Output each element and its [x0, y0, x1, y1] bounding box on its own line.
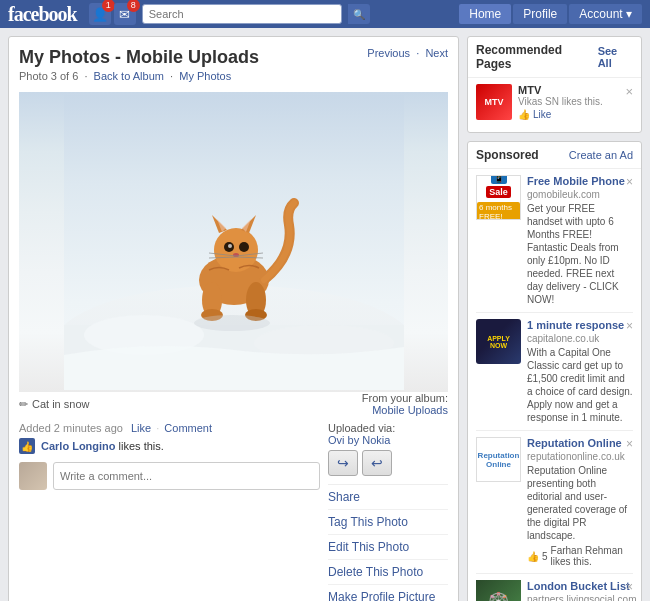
ad-domain-3: reputationonline.co.uk [527, 451, 633, 462]
recommended-pages-header: Recommended Pages See All [468, 37, 641, 78]
liked-by-text: Farhan Rehman likes this. [551, 545, 633, 567]
edit-caption-icon[interactable]: ✏ [19, 398, 28, 411]
ad-title-2[interactable]: 1 minute response [527, 319, 633, 331]
ad-like-icon: 👍 [527, 551, 539, 562]
close-rec-button[interactable]: × [625, 84, 633, 99]
search-input[interactable] [142, 4, 342, 24]
ad-reputation: ReputationOnline Reputation Online reput… [476, 437, 633, 574]
ad-content-mobile: Free Mobile Phone gomobileuk.com Get you… [527, 175, 633, 306]
months-free-badge: 6 months FREE! [477, 202, 520, 220]
page-title: My Photos - Mobile Uploads [19, 47, 259, 68]
comment-link[interactable]: Comment [164, 422, 212, 434]
content-area: My Photos - Mobile Uploads Photo 3 of 6 … [8, 36, 459, 601]
photo-actions: Share Tag This Photo Edit This Photo Del… [328, 484, 448, 601]
back-to-album-link[interactable]: Back to Album [94, 70, 164, 82]
ad-content-london: London Bucket List partners.livingsocial… [527, 580, 637, 601]
meta-section: Added 2 minutes ago Like · Comment 👍 Car… [19, 422, 448, 601]
share-action[interactable]: Share [328, 485, 448, 510]
search-button[interactable]: 🔍 [348, 4, 370, 24]
ad-title[interactable]: Free Mobile Phone [527, 175, 633, 187]
like-link[interactable]: Like [131, 422, 151, 434]
ad-thumb-rep: ReputationOnline [476, 437, 521, 567]
friends-badge: 1 [102, 0, 115, 12]
ad-content-rep: Reputation Online reputationonline.co.uk… [527, 437, 633, 567]
commenter-avatar [19, 462, 47, 490]
photo-count: Photo 3 of 6 [19, 70, 78, 82]
ad-title-4[interactable]: London Bucket List [527, 580, 637, 592]
make-profile-action[interactable]: Make Profile Picture [328, 585, 448, 601]
share-button-1[interactable]: ↪ [328, 450, 358, 476]
like-thumb-icon: 👍 [19, 438, 35, 454]
messages-notification-icon[interactable]: ✉ 8 [114, 3, 136, 25]
facebook-logo: facebook [8, 3, 77, 26]
breadcrumb: Photo 3 of 6 · Back to Album · My Photos [19, 70, 259, 82]
ad-content-card: 1 minute response capitalone.co.uk With … [527, 319, 633, 424]
sponsored-body: 📱 Sale 6 months FREE! Free Mobile Phone … [468, 169, 641, 601]
comment-box [19, 462, 320, 490]
svg-point-12 [239, 242, 249, 252]
right-actions: Uploaded via: Ovi by Nokia ↪ ↩ Share Tag… [328, 422, 448, 601]
ad-domain: gomobileuk.com [527, 189, 633, 200]
sponsored-box: Sponsored Create an Ad 📱 Sale 6 months F… [467, 141, 642, 601]
svg-point-14 [233, 253, 239, 257]
reputation-thumb: ReputationOnline [476, 437, 521, 482]
ad-title-3[interactable]: Reputation Online [527, 437, 633, 449]
ad-capital-one: APPLYNOW 1 minute response capitalone.co… [476, 319, 633, 431]
delete-action[interactable]: Delete This Photo [328, 560, 448, 585]
london-thumb: 🎡 [476, 580, 521, 601]
photo-navigation: Previous · Next [367, 47, 448, 59]
svg-point-23 [194, 315, 270, 331]
messages-badge: 8 [127, 0, 140, 12]
photo-image [64, 95, 404, 390]
friends-notification-icon[interactable]: 👤 1 [89, 3, 111, 25]
recommended-page-item: MTV MTV Vikas SN likes this. 👍 Like × [476, 84, 633, 120]
close-ad-2[interactable]: × [626, 319, 633, 333]
capital-one-thumb: APPLYNOW [476, 319, 521, 364]
liker-link[interactable]: Carlo Longino [41, 440, 116, 452]
share-button-2[interactable]: ↩ [362, 450, 392, 476]
rec-like-button[interactable]: 👍 Like [518, 109, 619, 120]
recommended-pages-body: MTV MTV Vikas SN likes this. 👍 Like × [468, 78, 641, 132]
ad-thumb-mobile: 📱 Sale 6 months FREE! [476, 175, 521, 306]
ad-thumb-london: 🎡 [476, 580, 521, 601]
ad-domain-4: partners.livingsocial.com [527, 594, 637, 601]
home-button[interactable]: Home [459, 4, 511, 24]
ad-thumb-card: APPLYNOW [476, 319, 521, 424]
uploaded-via: Uploaded via: Ovi by Nokia [328, 422, 448, 446]
from-album: From your album: Mobile Uploads [362, 392, 448, 416]
ad-london: 🎡 London Bucket List partners.livingsoci… [476, 580, 633, 601]
album-link[interactable]: Mobile Uploads [372, 404, 448, 416]
close-ad-3[interactable]: × [626, 437, 633, 451]
ad-desc-2: With a Capital One Classic card get up t… [527, 346, 633, 424]
rec-page-thumb: MTV [476, 84, 512, 120]
tag-action[interactable]: Tag This Photo [328, 510, 448, 535]
caption-row: ✏ Cat in snow From your album: Mobile Up… [19, 392, 448, 416]
svg-point-13 [228, 244, 232, 248]
see-all-link[interactable]: See All [598, 45, 633, 69]
my-photos-link[interactable]: My Photos [179, 70, 231, 82]
sale-badge: Sale [486, 186, 511, 198]
previous-photo-link[interactable]: Previous [367, 47, 410, 59]
close-ad-1[interactable]: × [626, 175, 633, 189]
thumb-icon: 👍 [518, 109, 530, 120]
edit-action[interactable]: Edit This Photo [328, 535, 448, 560]
share-buttons: ↪ ↩ [328, 450, 448, 476]
photo-caption: ✏ Cat in snow [19, 398, 89, 411]
added-time: Added 2 minutes ago [19, 422, 123, 434]
account-button[interactable]: Account ▾ [569, 4, 642, 24]
sidebar: Recommended Pages See All MTV MTV Vikas … [467, 36, 642, 601]
action-links: Like · Comment [131, 422, 212, 434]
like-section: 👍 Carlo Longino likes this. [19, 438, 320, 454]
main-layout: My Photos - Mobile Uploads Photo 3 of 6 … [0, 28, 650, 601]
top-navigation: facebook 👤 1 ✉ 8 🔍 Home Profile Account … [0, 0, 650, 28]
sponsored-header: Sponsored Create an Ad [468, 142, 641, 169]
ad-desc-3: Reputation Online presenting both editor… [527, 464, 633, 542]
create-ad-link[interactable]: Create an Ad [569, 149, 633, 161]
photo-display [19, 92, 448, 392]
profile-button[interactable]: Profile [513, 4, 567, 24]
upload-app-link[interactable]: Ovi by Nokia [328, 434, 390, 446]
comment-input[interactable] [53, 462, 320, 490]
ad-domain-2: capitalone.co.uk [527, 333, 633, 344]
next-photo-link[interactable]: Next [425, 47, 448, 59]
close-ad-4[interactable]: × [626, 580, 633, 594]
